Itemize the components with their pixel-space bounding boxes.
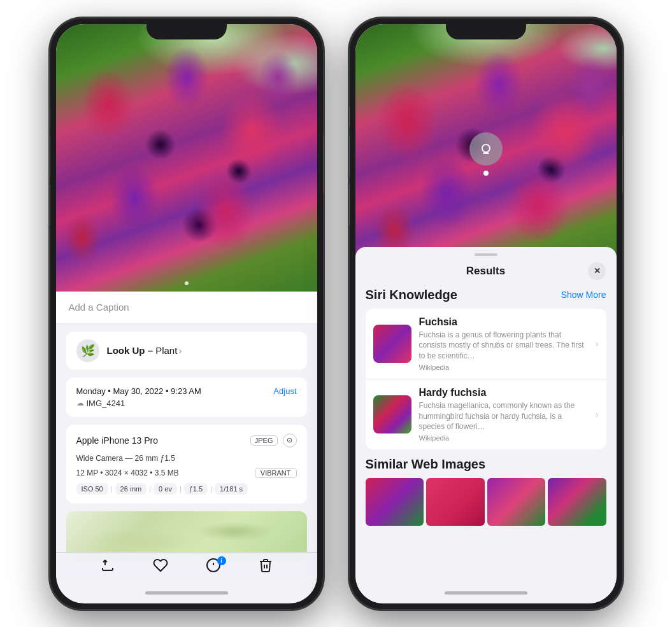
flower-image-left	[56, 24, 317, 292]
location-badge: ⊙	[283, 433, 297, 447]
exif-aperture: ƒ1.5	[184, 483, 208, 495]
similar-image-2[interactable]	[426, 478, 485, 526]
exif-ev: 0 ev	[154, 483, 177, 495]
power-button	[323, 136, 324, 193]
exif-focal: 26 mm	[115, 483, 147, 495]
delete-button[interactable]	[258, 558, 273, 573]
fuchsia-info: Fuchsia Fuchsia is a genus of flowering …	[419, 316, 588, 371]
lookup-section[interactable]: 🌿 Look Up – Plant›	[66, 332, 307, 370]
visual-lookup-dot	[483, 171, 489, 176]
phones-container: Add a Caption 🌿 Look Up – Plant› Monday …	[0, 0, 672, 627]
fuchsia-thumb	[373, 325, 411, 363]
flower-image-right	[355, 24, 617, 266]
hardy-fuchsia-item[interactable]: Hardy fuchsia Fuchsia magellanica, commo…	[366, 379, 606, 449]
left-screen: Add a Caption 🌿 Look Up – Plant› Monday …	[56, 24, 317, 603]
info-button[interactable]: i	[206, 558, 221, 573]
date-row: Monday • May 30, 2022 • 9:23 AM Adjust	[76, 386, 297, 396]
toolbar: i	[56, 552, 317, 578]
right-power	[622, 136, 623, 193]
exif-iso: ISO 50	[76, 483, 108, 495]
vibrant-badge: VIBRANT	[255, 468, 297, 478]
similar-image-1[interactable]	[366, 478, 424, 526]
fuchsia-desc: Fuchsia is a genus of flowering plants t…	[419, 330, 588, 362]
results-panel: Results ✕ Siri Knowledge Show More Fuchs…	[355, 247, 617, 603]
right-vol-down	[349, 185, 350, 225]
share-button[interactable]	[100, 558, 115, 573]
hardy-fuchsia-info: Hardy fuchsia Fuchsia magellanica, commo…	[419, 387, 588, 442]
hardy-fuchsia-source: Wikipedia	[419, 434, 588, 442]
close-results-button[interactable]: ✕	[588, 262, 606, 280]
right-mute	[349, 107, 350, 127]
page-dot	[185, 281, 189, 285]
right-vol-up	[349, 136, 350, 176]
device-name: Apple iPhone 13 Pro	[76, 435, 158, 446]
notch	[147, 18, 227, 39]
home-indicator	[145, 591, 228, 595]
caption-placeholder[interactable]: Add a Caption	[69, 302, 129, 313]
adjust-button[interactable]: Adjust	[273, 386, 296, 396]
results-content: Siri Knowledge Show More Fuchsia Fuchsia…	[355, 288, 617, 603]
results-handle[interactable]	[475, 253, 497, 256]
exif-row: ISO 50 | 26 mm | 0 ev | ƒ1.5 | 1/181 s	[76, 483, 297, 495]
volume-down-button	[50, 185, 50, 225]
camera-specs: Wide Camera — 26 mm ƒ1.5	[76, 454, 297, 463]
caption-area[interactable]: Add a Caption	[56, 292, 317, 324]
results-header: Results ✕	[355, 260, 617, 288]
lookup-text: Look Up – Plant›	[107, 345, 182, 356]
siri-knowledge-title: Siri Knowledge	[366, 288, 457, 302]
visual-lookup-button[interactable]	[469, 132, 503, 166]
metadata-section: Monday • May 30, 2022 • 9:23 AM Adjust ☁…	[66, 377, 307, 417]
similar-title: Similar Web Images	[366, 457, 606, 472]
filename-row: ☁ IMG_4241	[76, 398, 297, 408]
right-phone: Results ✕ Siri Knowledge Show More Fuchs…	[349, 18, 623, 610]
filename-text: IMG_4241	[87, 398, 125, 408]
left-phone: Add a Caption 🌿 Look Up – Plant› Monday …	[50, 18, 324, 610]
right-screen: Results ✕ Siri Knowledge Show More Fuchs…	[355, 24, 617, 603]
mp-row: 12 MP • 3024 × 4032 • 3.5 MB VIBRANT	[76, 468, 297, 478]
fuchsia-item[interactable]: Fuchsia Fuchsia is a genus of flowering …	[366, 309, 606, 379]
siri-knowledge-header: Siri Knowledge Show More	[366, 288, 606, 302]
hardy-fuchsia-thumb	[373, 395, 411, 433]
right-notch	[446, 18, 526, 39]
similar-image-4[interactable]	[548, 478, 606, 526]
right-home-indicator	[445, 591, 527, 595]
fuchsia-chevron: ›	[596, 339, 599, 349]
device-row: Apple iPhone 13 Pro JPEG ⊙	[76, 433, 297, 447]
mute-button	[50, 107, 50, 127]
format-badges: JPEG ⊙	[250, 433, 297, 447]
jpeg-badge: JPEG	[250, 435, 278, 446]
hardy-fuchsia-chevron: ›	[596, 409, 599, 419]
exif-shutter: 1/181 s	[215, 483, 248, 495]
similar-image-3[interactable]	[487, 478, 546, 526]
volume-up-button	[50, 136, 50, 176]
device-section: Apple iPhone 13 Pro JPEG ⊙ Wide Camera —…	[66, 425, 307, 504]
fuchsia-name: Fuchsia	[419, 316, 588, 328]
fuchsia-source: Wikipedia	[419, 363, 588, 371]
cloud-icon: ☁	[76, 398, 84, 407]
show-more-button[interactable]: Show More	[561, 290, 606, 300]
info-badge: i	[217, 556, 226, 565]
similar-section: Similar Web Images	[366, 457, 606, 526]
mp-text: 12 MP • 3024 × 4032 • 3.5 MB	[76, 468, 179, 477]
results-title: Results	[466, 265, 505, 278]
hardy-fuchsia-desc: Fuchsia magellanica, commonly known as t…	[419, 400, 588, 432]
visual-lookup-icon: 🌿	[76, 339, 99, 362]
hardy-fuchsia-name: Hardy fuchsia	[419, 387, 588, 398]
date-text: Monday • May 30, 2022 • 9:23 AM	[76, 386, 201, 396]
similar-grid	[366, 478, 606, 526]
favorite-button[interactable]	[152, 558, 169, 573]
knowledge-card: Fuchsia Fuchsia is a genus of flowering …	[366, 309, 606, 450]
